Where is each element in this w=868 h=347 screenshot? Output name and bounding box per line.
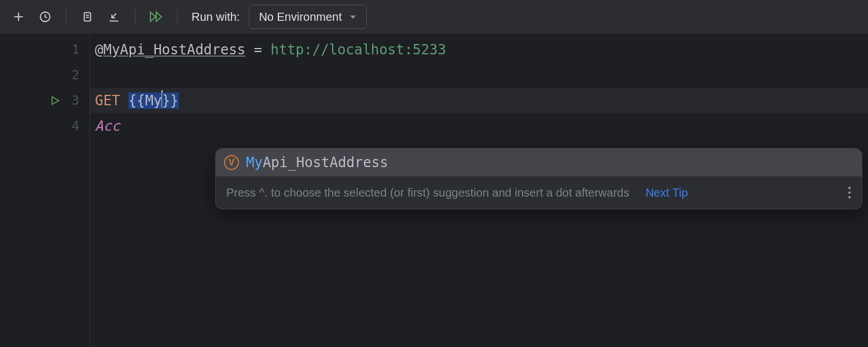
gutter-line: 4: [0, 113, 90, 139]
completion-item[interactable]: V MyApi_HostAddress: [216, 149, 862, 176]
line-number: 4: [56, 113, 79, 139]
completion-match: My: [246, 154, 263, 171]
line-number: 2: [56, 62, 79, 88]
code-line[interactable]: @MyApi_HostAddress = http://localhost:52…: [90, 37, 868, 62]
svg-point-10: [848, 187, 851, 189]
token-at: @: [95, 42, 103, 58]
token-equals: =: [245, 42, 270, 58]
svg-point-12: [848, 196, 851, 198]
code-line[interactable]: Acc: [90, 113, 868, 139]
completion-popup: V MyApi_HostAddress Press ^. to choose t…: [215, 148, 862, 209]
play-icon: [49, 95, 61, 106]
run-line-button[interactable]: [49, 95, 61, 106]
history-button[interactable]: [35, 6, 56, 27]
chevron-down-icon: [349, 13, 357, 21]
token-typed-text: My: [145, 93, 162, 109]
run-all-button[interactable]: [146, 6, 167, 27]
plus-icon: [12, 10, 25, 23]
completion-hint-bar: Press ^. to choose the selected (or firs…: [216, 176, 862, 209]
next-tip-link[interactable]: Next Tip: [645, 180, 687, 205]
token-brace-close: }}: [162, 93, 179, 109]
variable-badge-icon: V: [224, 155, 239, 170]
hint-text: Press ^. to choose the selected (or firs…: [226, 180, 629, 205]
code-editor[interactable]: 1 2 3 4 @MyApi_HostAddress = http://loca…: [0, 34, 868, 347]
environment-dropdown[interactable]: No Environment: [249, 5, 366, 29]
token-variable-def: MyApi_HostAddress: [103, 42, 245, 58]
svg-marker-9: [52, 97, 59, 104]
document-stack-icon: [81, 10, 94, 23]
double-play-icon: [149, 10, 164, 23]
gutter-line: 3: [0, 88, 90, 113]
svg-marker-8: [350, 16, 355, 19]
editor-gutter: 1 2 3 4: [0, 34, 90, 347]
line-number: 1: [56, 37, 79, 62]
run-with-label: Run with:: [192, 10, 240, 24]
editor-toolbar: Run with: No Environment: [0, 0, 868, 34]
svg-point-11: [848, 191, 851, 194]
token-header-name: Acc: [95, 118, 120, 134]
completion-more-button[interactable]: [848, 186, 851, 199]
code-line[interactable]: [90, 62, 868, 88]
token-http-method: GET: [95, 93, 120, 109]
code-line-current[interactable]: GET {{My}}: [90, 88, 868, 113]
environment-selected-value: No Environment: [259, 10, 341, 24]
toolbar-separator: [66, 9, 67, 25]
svg-marker-6: [150, 12, 156, 21]
more-vertical-icon: [848, 186, 851, 199]
examples-button[interactable]: [77, 6, 98, 27]
import-icon: [108, 10, 120, 23]
history-icon: [39, 10, 52, 23]
add-button[interactable]: [8, 6, 29, 27]
gutter-line: 2: [0, 62, 90, 88]
editor-body[interactable]: @MyApi_HostAddress = http://localhost:52…: [90, 34, 868, 347]
token-url: http://localhost:5233: [270, 42, 446, 58]
gutter-line: 1: [0, 37, 90, 62]
svg-marker-7: [156, 12, 161, 21]
toolbar-separator: [177, 9, 178, 25]
completion-rest: Api_HostAddress: [263, 154, 388, 171]
token-brace-open: {{: [128, 93, 145, 109]
toolbar-separator: [135, 9, 135, 25]
import-button[interactable]: [104, 6, 124, 27]
